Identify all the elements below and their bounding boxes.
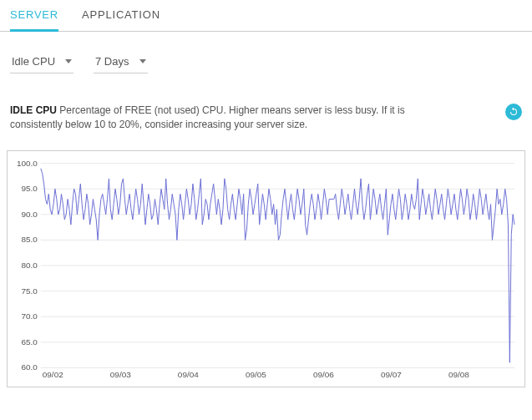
- metric-dropdown[interactable]: Idle CPU: [10, 52, 73, 73]
- svg-text:70.0: 70.0: [22, 311, 38, 321]
- svg-text:95.0: 95.0: [22, 184, 38, 193]
- range-dropdown-label: 7 Days: [95, 55, 129, 68]
- chart-area: 60.065.070.075.080.085.090.095.0100.009/…: [13, 158, 519, 383]
- svg-text:85.0: 85.0: [22, 235, 38, 244]
- tab-application[interactable]: APPLICATION: [82, 0, 160, 32]
- svg-text:09/06: 09/06: [313, 370, 334, 379]
- svg-text:09/08: 09/08: [448, 370, 469, 379]
- svg-text:100.0: 100.0: [17, 158, 38, 167]
- svg-text:09/07: 09/07: [381, 370, 402, 379]
- svg-text:09/02: 09/02: [43, 370, 63, 379]
- metric-dropdown-label: Idle CPU: [12, 55, 55, 68]
- chevron-down-icon: [65, 59, 72, 63]
- chevron-down-icon: [139, 59, 146, 63]
- metric-description: IDLE CPU Percentage of FREE (not used) C…: [10, 104, 444, 132]
- refresh-button[interactable]: [505, 104, 522, 120]
- svg-text:09/03: 09/03: [110, 370, 131, 379]
- range-dropdown[interactable]: 7 Days: [94, 52, 147, 73]
- svg-text:09/05: 09/05: [246, 370, 266, 379]
- idle-cpu-chart: 60.065.070.075.080.085.090.095.0100.009/…: [13, 158, 519, 383]
- svg-text:75.0: 75.0: [22, 286, 38, 295]
- metric-description-body: Percentage of FREE (not used) CPU. Highe…: [10, 104, 405, 130]
- description-row: IDLE CPU Percentage of FREE (not used) C…: [0, 80, 532, 135]
- svg-text:09/04: 09/04: [178, 370, 199, 379]
- svg-text:80.0: 80.0: [22, 261, 38, 270]
- controls-row: Idle CPU 7 Days: [0, 32, 532, 80]
- svg-text:90.0: 90.0: [22, 209, 38, 218]
- metric-description-title: IDLE CPU: [10, 104, 57, 116]
- refresh-icon: [509, 107, 519, 117]
- svg-text:65.0: 65.0: [22, 337, 38, 346]
- svg-text:60.0: 60.0: [22, 362, 38, 372]
- tabs: SERVER APPLICATION: [0, 0, 532, 32]
- chart-card: 60.065.070.075.080.085.090.095.0100.009/…: [7, 150, 525, 387]
- tab-server[interactable]: SERVER: [10, 0, 58, 32]
